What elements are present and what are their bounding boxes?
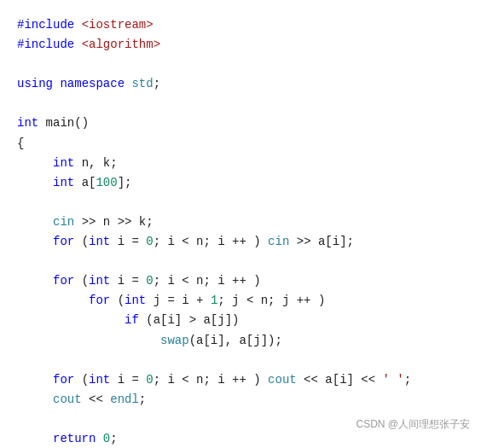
empty-line	[17, 94, 470, 113]
number: 100	[96, 176, 117, 189]
keyword: int	[53, 156, 74, 170]
keyword: if	[125, 313, 139, 327]
code-line: swap(a[i], a[j]);	[17, 331, 470, 351]
code-line: for (int j = i + 1; j < n; j ++ )	[17, 291, 470, 311]
identifier: cin	[268, 235, 289, 248]
identifier: cin	[53, 215, 74, 229]
preprocessor-keyword: #include	[17, 18, 74, 32]
code-line: cin >> n >> k;	[17, 212, 470, 232]
number: 0	[146, 235, 153, 248]
string-literal: ' '	[383, 373, 404, 387]
code-line: {	[17, 134, 470, 154]
number: 0	[146, 373, 153, 387]
code-line: using namespace std;	[17, 74, 470, 94]
include-path: <algorithm>	[82, 38, 160, 51]
keyword: namespace	[60, 77, 125, 90]
identifier: std	[131, 77, 153, 90]
keyword: return	[53, 432, 96, 445]
watermark: CSDN @人间理想张子安	[356, 416, 470, 433]
code-line: #include <algorithm>	[17, 35, 470, 55]
include-path: <iostream>	[82, 18, 154, 32]
keyword: int	[89, 274, 110, 288]
identifier: cout	[268, 373, 297, 387]
code-line: int n, k;	[17, 154, 470, 173]
keyword: int	[89, 373, 110, 387]
code-editor: #include <iostream> #include <algorithm>…	[0, 0, 487, 448]
preprocessor-keyword: #include	[17, 38, 74, 51]
keyword: for	[53, 235, 74, 248]
code-line: if (a[i] > a[j])	[17, 311, 470, 330]
identifier: endl	[110, 393, 139, 406]
code-line: #include <iostream>	[17, 15, 470, 35]
keyword: int	[17, 116, 38, 130]
keyword: using	[17, 77, 53, 90]
keyword: int	[89, 235, 110, 248]
number: 0	[103, 432, 110, 445]
keyword: for	[53, 373, 74, 387]
keyword: int	[125, 294, 146, 307]
identifier: cout	[53, 393, 82, 406]
code-line: int main()	[17, 113, 470, 133]
code-content: #include <iostream> #include <algorithm>…	[17, 15, 470, 448]
code-line: for (int i = 0; i < n; i ++ ) cin >> a[i…	[17, 232, 470, 252]
keyword: int	[53, 176, 74, 189]
code-line: for (int i = 0; i < n; i ++ ) cout << a[…	[17, 370, 470, 390]
empty-line	[17, 351, 470, 370]
keyword: for	[89, 294, 110, 307]
keyword: for	[53, 274, 74, 288]
number: 0	[146, 274, 153, 288]
code-line: for (int i = 0; i < n; i ++ )	[17, 271, 470, 291]
code-line: int a[100];	[17, 173, 470, 193]
code-line: cout << endl;	[17, 390, 470, 410]
empty-line	[17, 55, 470, 74]
empty-line	[17, 252, 470, 271]
identifier: swap	[160, 334, 189, 347]
empty-line	[17, 193, 470, 212]
